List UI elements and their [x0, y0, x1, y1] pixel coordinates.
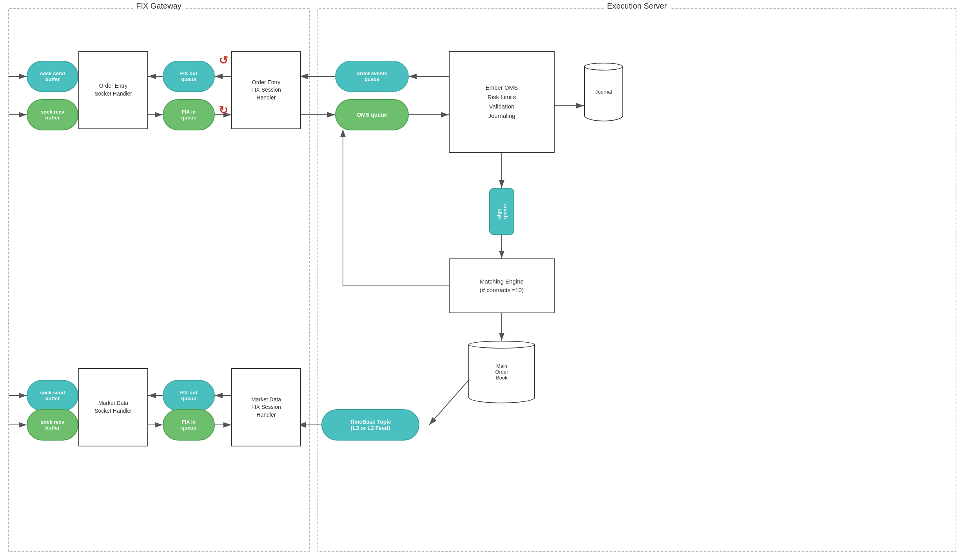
rotate-icon-3: ↺	[219, 54, 228, 67]
main-order-book-db: MainOrderBook	[468, 341, 535, 403]
algo-queue: algoqueue	[489, 188, 514, 235]
fix-in-queue-1: FIX inqueue	[163, 99, 215, 130]
order-entry-fix-session-handler: Order EntryFIX SessionHandler	[231, 51, 301, 129]
journal-db: Journal	[584, 63, 623, 121]
ember-oms-box: Ember OMSRisk LimitsValidationJournaling	[449, 51, 555, 153]
algo-queue-body: algoqueue	[489, 188, 514, 235]
fix-out-queue-2: FIX outqueue	[163, 380, 215, 411]
fix-in-queue-2: FIX inqueue	[163, 409, 215, 441]
oms-queue: OMS queue	[335, 99, 409, 130]
timebase-topic: TimeBase Topic(L3 or L2 Feed)	[321, 409, 419, 441]
fix-gateway-label: FIX Gateway	[133, 2, 185, 11]
main-order-book-db-top	[468, 341, 535, 349]
sock-recv-buffer-2: sock recvbuffer	[27, 409, 78, 441]
order-entry-socket-handler: Order EntrySocket Handler	[78, 51, 148, 129]
execution-server-label: Execution Server	[604, 2, 670, 11]
market-data-socket-handler: Market DataSocket Handler	[78, 368, 148, 446]
order-events-queue: order eventsqueue	[335, 61, 409, 92]
matching-engine-box: Matching Engine(# contracts ≈10)	[449, 258, 555, 313]
sock-send-buffer-2: sock sendbuffer	[27, 380, 78, 411]
sock-recv-buffer-1: sock recvbuffer	[27, 99, 78, 130]
fix-out-queue-1: FIX outqueue	[163, 61, 215, 92]
market-data-fix-session-handler: Market DataFIX SessionHandler	[231, 368, 301, 446]
journal-db-top	[584, 63, 623, 70]
diagram-container: { "title": "Architecture Diagram", "sect…	[0, 0, 965, 560]
journal-db-body: Journal	[584, 67, 623, 121]
rotate-icon-4: ↻	[219, 104, 228, 117]
execution-server-section: Execution Server	[317, 8, 956, 552]
sock-send-buffer-1: sock sendbuffer	[27, 61, 78, 92]
main-order-book-db-body: MainOrderBook	[468, 345, 535, 403]
